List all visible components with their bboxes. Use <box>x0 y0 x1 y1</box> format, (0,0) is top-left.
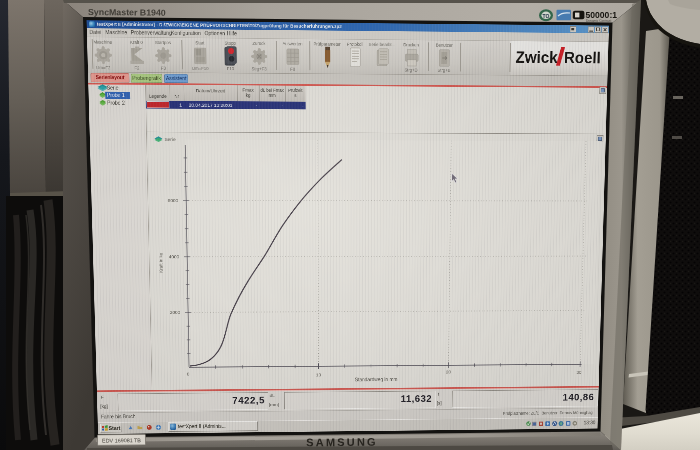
svg-text:SyncMaster B1940: SyncMaster B1940 <box>88 7 166 18</box>
svg-text:SAMSUNG: SAMSUNG <box>306 436 378 449</box>
svg-text:Dynamic Contrast: Dynamic Contrast <box>586 19 611 23</box>
svg-text:EDV 169081 TB: EDV 169081 TB <box>102 437 141 443</box>
svg-text:TO: TO <box>543 13 550 19</box>
